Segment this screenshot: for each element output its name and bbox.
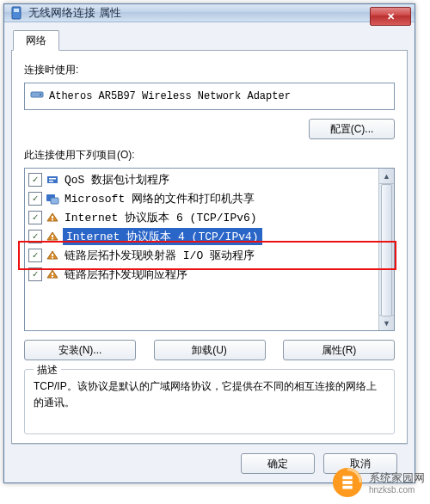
item-label: Internet 协议版本 6 (TCP/IPv6)	[63, 210, 257, 225]
list-item[interactable]: ✓Internet 协议版本 4 (TCP/IPv4)	[25, 227, 378, 246]
svg-rect-9	[52, 216, 53, 218]
watermark-url: hnzksb.com	[369, 485, 425, 495]
watermark: 系统家园网 hnzksb.com	[331, 466, 425, 499]
configure-button-label: 配置(C)...	[330, 122, 374, 137]
list-item[interactable]: ✓QoS 数据包计划程序	[25, 170, 378, 189]
components-list: ✓QoS 数据包计划程序✓Microsoft 网络的文件和打印机共享✓Inter…	[25, 169, 378, 330]
titlebar: 无线网络连接 属性 ✕	[4, 4, 415, 22]
item-label: 链路层拓扑发现映射器 I/O 驱动程序	[63, 248, 255, 263]
item-label: 链路层拓扑发现响应程序	[63, 267, 187, 282]
svg-point-3	[40, 94, 41, 95]
scrollbar[interactable]: ▲ ▼	[378, 169, 394, 330]
watermark-brand: 系统家园网	[369, 471, 425, 484]
watermark-logo-icon	[331, 466, 364, 499]
item-actions: 安装(N)... 卸载(U) 属性(R)	[24, 340, 395, 360]
proto-icon	[46, 249, 59, 262]
close-icon: ✕	[387, 11, 395, 22]
list-item[interactable]: ✓链路层拓扑发现响应程序	[25, 265, 378, 284]
svg-rect-11	[52, 235, 53, 237]
adapter-name: Atheros AR5B97 Wireless Network Adapter	[49, 90, 291, 102]
items-label: 此连接使用下列项目(O):	[24, 148, 395, 163]
qos-icon	[46, 173, 59, 187]
window-title: 无线网络连接 属性	[28, 5, 121, 21]
tab-network[interactable]: 网络	[13, 30, 59, 51]
proto-icon	[46, 267, 59, 281]
svg-rect-6	[49, 181, 53, 182]
list-item[interactable]: ✓链路层拓扑发现映射器 I/O 驱动程序	[25, 246, 378, 265]
scroll-down-icon[interactable]: ▼	[379, 315, 394, 330]
proto-icon	[46, 211, 59, 224]
properties-button[interactable]: 属性(R)	[283, 340, 395, 360]
client-area: 网络 连接时使用: Atheros AR5B97 Wireless Networ…	[4, 22, 415, 482]
svg-rect-10	[52, 219, 53, 221]
svg-rect-8	[51, 198, 58, 204]
svg-rect-13	[52, 254, 53, 256]
svg-rect-15	[52, 273, 53, 275]
configure-button[interactable]: 配置(C)...	[309, 119, 395, 139]
svg-rect-12	[52, 238, 53, 240]
properties-dialog: 无线网络连接 属性 ✕ 网络 连接时使用: Atheros AR5B97 Wir…	[3, 3, 415, 483]
ok-button[interactable]: 确定	[241, 453, 315, 474]
svg-rect-4	[47, 176, 58, 183]
description-legend: 描述	[34, 362, 61, 378]
description-group: 描述 TCP/IP。该协议是默认的广域网络协议，它提供在不同的相互连接的网络上的…	[24, 369, 395, 434]
adapter-icon	[30, 88, 44, 105]
connect-using-label: 连接时使用:	[24, 63, 395, 77]
app-icon	[9, 6, 23, 20]
item-checkbox[interactable]: ✓	[28, 173, 42, 187]
svg-rect-1	[14, 9, 19, 12]
item-label: QoS 数据包计划程序	[63, 172, 169, 187]
tab-label: 网络	[26, 34, 46, 46]
uninstall-button-label: 卸载(U)	[192, 343, 227, 358]
components-listbox[interactable]: ✓QoS 数据包计划程序✓Microsoft 网络的文件和打印机共享✓Inter…	[24, 168, 395, 331]
item-label: Microsoft 网络的文件和打印机共享	[63, 191, 255, 206]
configure-row: 配置(C)...	[24, 119, 395, 139]
scroll-up-icon[interactable]: ▲	[379, 169, 394, 184]
proto-icon	[46, 230, 59, 243]
install-button[interactable]: 安装(N)...	[24, 340, 136, 360]
svg-rect-16	[52, 276, 53, 278]
item-checkbox[interactable]: ✓	[28, 230, 42, 243]
adapter-field: Atheros AR5B97 Wireless Network Adapter	[24, 83, 395, 110]
share-icon	[46, 192, 59, 206]
tab-panel: 连接时使用: Atheros AR5B97 Wireless Network A…	[11, 50, 408, 444]
tabstrip: 网络	[11, 29, 408, 50]
description-text: TCP/IP。该协议是默认的广域网络协议，它提供在不同的相互连接的网络上的通讯。	[34, 380, 377, 409]
ok-button-label: 确定	[267, 457, 288, 471]
watermark-text: 系统家园网 hnzksb.com	[369, 470, 425, 495]
item-checkbox[interactable]: ✓	[28, 211, 42, 224]
item-checkbox[interactable]: ✓	[28, 267, 42, 281]
item-checkbox[interactable]: ✓	[28, 192, 42, 206]
scroll-track[interactable]	[379, 184, 394, 315]
properties-button-label: 属性(R)	[322, 343, 357, 358]
close-button[interactable]: ✕	[370, 7, 411, 26]
item-checkbox[interactable]: ✓	[28, 249, 42, 262]
list-item[interactable]: ✓Internet 协议版本 6 (TCP/IPv6)	[25, 208, 378, 227]
uninstall-button[interactable]: 卸载(U)	[154, 340, 266, 360]
item-label: Internet 协议版本 4 (TCP/IPv4)	[63, 228, 262, 245]
svg-rect-14	[52, 257, 53, 259]
scroll-thumb[interactable]	[381, 184, 392, 317]
install-button-label: 安装(N)...	[58, 343, 102, 358]
svg-rect-5	[49, 178, 56, 180]
list-item[interactable]: ✓Microsoft 网络的文件和打印机共享	[25, 189, 378, 208]
